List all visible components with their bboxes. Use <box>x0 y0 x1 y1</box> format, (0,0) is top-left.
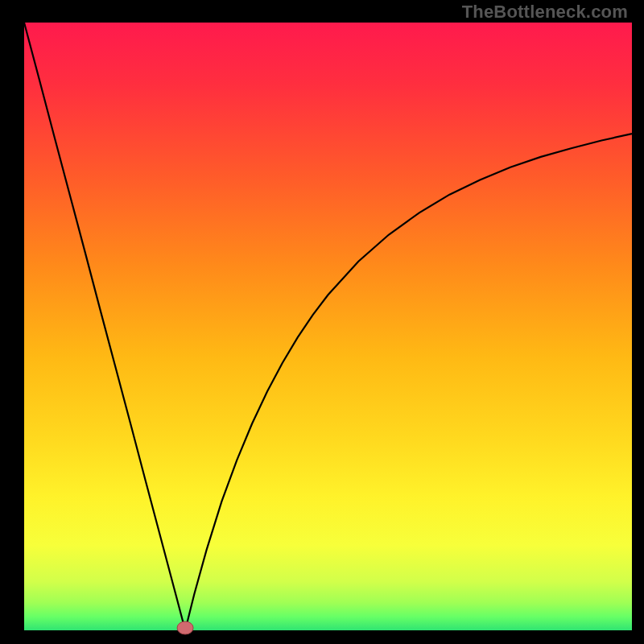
minimum-marker <box>177 621 193 634</box>
gradient-background <box>24 23 632 630</box>
watermark-text: TheBottleneck.com <box>462 2 628 23</box>
chart-container: TheBottleneck.com <box>0 0 644 644</box>
bottleneck-chart <box>0 0 644 644</box>
